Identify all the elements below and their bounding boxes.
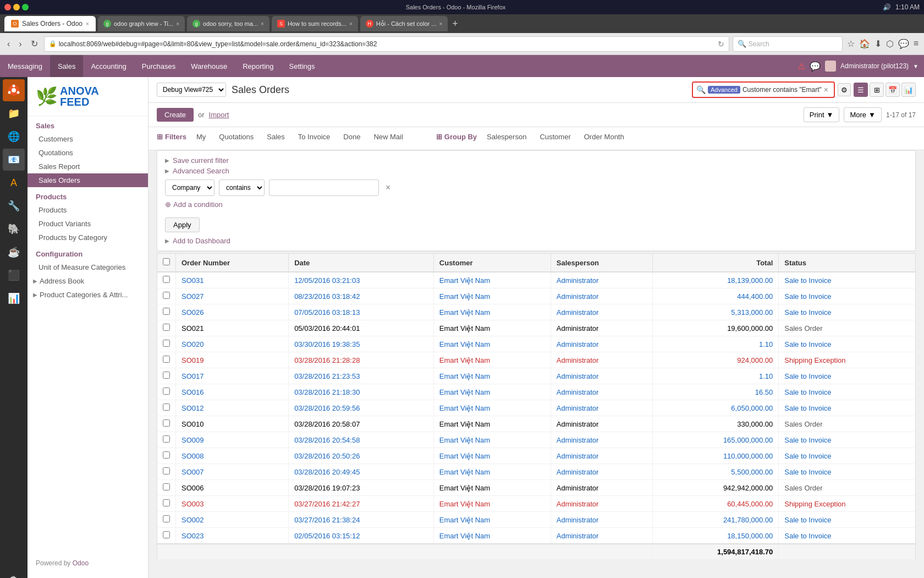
row-checkbox[interactable] [163, 324, 170, 331]
row-salesperson[interactable]: Administrator [551, 352, 652, 368]
row-checkbox[interactable] [163, 403, 170, 411]
row-customer[interactable]: Emart Việt Nam [433, 464, 551, 480]
header-checkbox[interactable] [157, 254, 176, 272]
group-customer[interactable]: Customer [536, 132, 574, 142]
row-customer[interactable]: Emart Việt Nam [433, 304, 551, 320]
row-checkbox-cell[interactable] [157, 272, 176, 288]
condition-field-select[interactable]: Company [165, 179, 215, 196]
sidebar-expandable-address-book[interactable]: ▶ Address Book [28, 274, 148, 288]
download-icon[interactable]: ⬇ [873, 37, 883, 50]
row-order-number[interactable]: SO026 [176, 304, 289, 320]
save-filter-link[interactable]: Save current filter [173, 156, 229, 165]
row-salesperson[interactable]: Administrator [551, 272, 652, 288]
nav-sales[interactable]: Sales [50, 55, 84, 77]
row-salesperson[interactable]: Administrator [551, 512, 652, 528]
row-checkbox-cell[interactable] [157, 400, 176, 416]
address-bar[interactable]: 🔒 localhost:8069/web#debug=#page=0&limit… [44, 36, 729, 52]
condition-value-input[interactable] [269, 179, 379, 196]
row-checkbox-cell[interactable] [157, 480, 176, 496]
tab3-close[interactable]: × [261, 21, 264, 27]
bookmark-star-icon[interactable]: ☆ [846, 37, 856, 50]
trash-icon[interactable]: 🗑 [3, 569, 25, 578]
filter-close-icon[interactable]: × [824, 85, 828, 94]
row-customer[interactable]: Emart Việt Nam [433, 512, 551, 528]
row-checkbox-cell[interactable] [157, 496, 176, 512]
col-order-number[interactable]: Order Number [176, 254, 289, 272]
row-customer[interactable]: Emart Việt Nam [433, 528, 551, 544]
ubuntu-icon[interactable] [3, 79, 25, 101]
row-checkbox-cell[interactable] [157, 288, 176, 304]
row-customer[interactable]: Emart Việt Nam [433, 384, 551, 400]
sidebar-item-quotations[interactable]: Quotations [28, 146, 148, 160]
row-checkbox[interactable] [163, 356, 170, 363]
row-order-number[interactable]: SO027 [176, 288, 289, 304]
col-salesperson[interactable]: Salesperson [551, 254, 652, 272]
new-tab-btn[interactable]: + [452, 18, 458, 30]
tab2-close[interactable]: × [176, 21, 179, 27]
user-dropdown-icon[interactable]: ▼ [913, 63, 919, 69]
row-order-number[interactable]: SO008 [176, 448, 289, 464]
row-checkbox[interactable] [163, 499, 170, 506]
row-checkbox[interactable] [163, 467, 170, 475]
row-checkbox[interactable] [163, 483, 170, 490]
filter-to-invoice[interactable]: To Invoice [295, 132, 334, 142]
filter-sales[interactable]: Sales [263, 132, 288, 142]
back-btn[interactable]: ‹ [4, 38, 13, 50]
print-button[interactable]: Print ▼ [804, 107, 840, 122]
filter-quotations[interactable]: Quotations [216, 132, 257, 142]
row-checkbox-cell[interactable] [157, 512, 176, 528]
import-button[interactable]: Import [209, 111, 229, 119]
tab-graph-view[interactable]: g odoo graph view - Ti... × [98, 16, 185, 31]
row-salesperson[interactable]: Administrator [551, 416, 652, 432]
row-salesperson[interactable]: Administrator [551, 448, 652, 464]
calendar-view-btn[interactable]: 📅 [886, 83, 900, 97]
row-salesperson[interactable]: Administrator [551, 320, 652, 336]
row-customer[interactable]: Emart Việt Nam [433, 368, 551, 384]
condition-remove-btn[interactable]: × [383, 183, 393, 193]
row-checkbox[interactable] [163, 340, 170, 347]
row-salesperson[interactable]: Administrator [551, 400, 652, 416]
row-checkbox-cell[interactable] [157, 336, 176, 352]
sidebar-item-sales-orders[interactable]: Sales Orders [28, 173, 148, 187]
debug-view-select[interactable]: Debug View#725 [157, 83, 226, 97]
tab5-close[interactable]: × [439, 21, 442, 27]
sidebar-item-uom-categories[interactable]: Unit of Measure Categories [28, 260, 148, 274]
select-all-checkbox[interactable] [163, 258, 170, 265]
row-salesperson[interactable]: Administrator [551, 480, 652, 496]
nav-warehouse[interactable]: Warehouse [183, 55, 235, 77]
terminal-icon[interactable]: ⬛ [3, 264, 25, 286]
apply-button[interactable]: Apply [165, 217, 200, 232]
row-checkbox-cell[interactable] [157, 384, 176, 400]
col-total[interactable]: Total [652, 254, 779, 272]
tab-sales-orders[interactable]: O Sales Orders - Odoo × [4, 16, 96, 31]
amazon-icon[interactable]: A [3, 172, 25, 194]
graph-view-btn[interactable]: 📊 [901, 83, 916, 97]
row-customer[interactable]: Emart Việt Nam [433, 448, 551, 464]
sync-icon[interactable]: ⬡ [885, 37, 895, 50]
sidebar-item-customers[interactable]: Customers [28, 132, 148, 146]
row-order-number[interactable]: SO002 [176, 512, 289, 528]
row-checkbox-cell[interactable] [157, 320, 176, 336]
row-checkbox-cell[interactable] [157, 464, 176, 480]
browser-search-box[interactable]: 🔍 Search [733, 36, 843, 52]
create-button[interactable]: Create [157, 108, 194, 122]
sidebar-item-products-by-category[interactable]: Products by Category [28, 231, 148, 244]
row-customer[interactable]: Emart Việt Nam [433, 272, 551, 288]
advanced-search-row[interactable]: ▶ Advanced Search [165, 167, 908, 175]
row-salesperson[interactable]: Administrator [551, 368, 652, 384]
files-icon[interactable]: 📁 [3, 102, 25, 124]
chat-bubble-icon[interactable]: 💬 [810, 61, 821, 72]
row-salesperson[interactable]: Administrator [551, 304, 652, 320]
row-checkbox-cell[interactable] [157, 528, 176, 544]
more-button[interactable]: More ▼ [844, 107, 882, 122]
row-order-number[interactable]: SO019 [176, 352, 289, 368]
list-view-btn[interactable]: ☰ [854, 83, 868, 97]
reload-btn[interactable]: ↻ [28, 37, 41, 50]
tab-color[interactable]: H Hỏi - Cách set color ... × [360, 16, 448, 31]
sidebar-expandable-product-categories[interactable]: ▶ Product Categories & Attri... [28, 288, 148, 302]
filter-done[interactable]: Done [340, 132, 364, 142]
filter-my[interactable]: My [193, 132, 209, 142]
row-checkbox[interactable] [163, 451, 170, 459]
row-customer[interactable]: Emart Việt Nam [433, 336, 551, 352]
row-customer[interactable]: Emart Việt Nam [433, 480, 551, 496]
